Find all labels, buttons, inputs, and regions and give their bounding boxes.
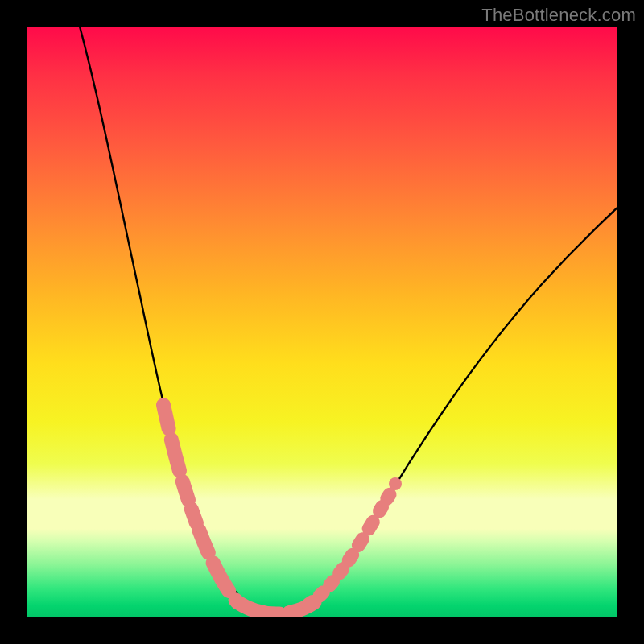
curve-path: [80, 27, 617, 612]
highlight-right-top-dot: [389, 477, 402, 490]
highlight-left: [163, 405, 237, 602]
chart-frame: TheBottleneck.com: [0, 0, 644, 644]
bottleneck-curve: [27, 27, 617, 617]
watermark-text: TheBottleneck.com: [481, 5, 636, 26]
highlight-right: [308, 489, 393, 605]
chart-plot-area: [27, 27, 617, 617]
